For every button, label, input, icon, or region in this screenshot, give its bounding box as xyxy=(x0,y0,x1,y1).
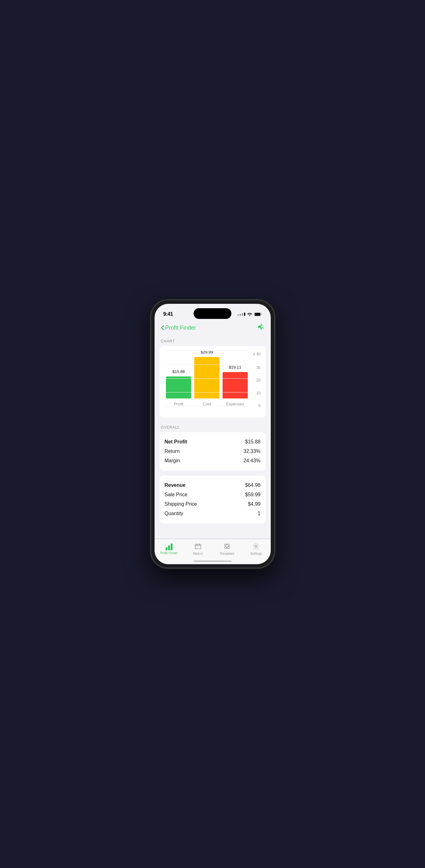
dynamic-island xyxy=(194,308,231,319)
expenses-bar-group: $19.11 Expenses xyxy=(221,365,249,406)
shipping-value: $4.99 xyxy=(248,501,260,507)
margin-label: Margin xyxy=(165,458,180,464)
overall-section-label: OVERALL xyxy=(161,425,264,430)
tab-history-label: History xyxy=(193,552,203,555)
cost-bar-value: $29.99 xyxy=(201,350,213,354)
status-icons xyxy=(237,312,262,316)
chart-section-label: CHART xyxy=(161,339,264,343)
y-label-20: 20 xyxy=(256,378,260,382)
tab-settings[interactable]: Settings xyxy=(242,541,271,557)
sale-price-label: Sale Price xyxy=(165,492,188,498)
profit-bar-group: $15.88 Profit xyxy=(165,369,193,406)
cost-bar xyxy=(194,357,220,399)
revenue-row-shipping: Shipping Price $4.99 xyxy=(165,499,261,509)
revenue-card: Revenue $64.98 Sale Price $59.99 Shippin… xyxy=(160,475,266,523)
y-label-40: 40 xyxy=(256,352,260,356)
back-button[interactable]: Profit Finder xyxy=(161,324,196,331)
chart-area: $15.88 Profit $29.99 Cost $19.11 xyxy=(165,351,261,414)
net-profit-label: Net Profit xyxy=(165,439,187,445)
expenses-bar-value: $19.11 xyxy=(229,365,242,370)
tab-bar: Profit Finder History xyxy=(154,539,271,558)
revenue-label: Revenue xyxy=(165,483,186,488)
tab-history[interactable]: History xyxy=(183,541,213,557)
return-value: 32.33% xyxy=(243,448,260,454)
svg-rect-4 xyxy=(199,544,200,545)
status-time: 9:41 xyxy=(163,311,173,317)
overall-row-net-profit: Net Profit $15.88 xyxy=(165,437,261,446)
battery-icon xyxy=(254,312,262,316)
tab-templates[interactable]: Templates xyxy=(213,541,242,557)
tab-templates-label: Templates xyxy=(220,552,234,555)
tab-profit-finder-label: Profit Finder xyxy=(160,551,178,555)
expenses-bar-label: Expenses xyxy=(226,402,244,406)
home-indicator xyxy=(154,558,271,564)
scroll-content[interactable]: CHART $15. xyxy=(154,337,271,539)
overall-card: Net Profit $15.88 Return 32.33% Margin 2… xyxy=(160,432,266,470)
back-label: Profit Finder xyxy=(165,324,196,331)
svg-point-5 xyxy=(255,545,257,547)
tab-profit-finder[interactable]: Profit Finder xyxy=(154,542,183,556)
svg-rect-1 xyxy=(255,313,260,316)
signal-icon xyxy=(237,313,245,316)
revenue-row-revenue: Revenue $64.98 xyxy=(165,480,261,490)
y-dollar-sign: $ xyxy=(253,352,255,356)
phone-frame: 9:41 xyxy=(151,300,275,568)
quantity-value: 1 xyxy=(258,511,261,517)
y-label-0: 0 xyxy=(258,404,261,408)
nav-header: Profit Finder xyxy=(154,320,271,337)
y-label-10: 10 xyxy=(256,391,260,395)
tab-settings-label: Settings xyxy=(250,552,262,555)
profit-bar-value: $15.88 xyxy=(172,369,185,374)
phone-screen: 9:41 xyxy=(154,304,271,564)
svg-rect-3 xyxy=(196,544,197,545)
svg-rect-2 xyxy=(195,545,201,549)
net-profit-value: $15.88 xyxy=(245,439,261,445)
revenue-row-sale-price: Sale Price $59.99 xyxy=(165,490,261,499)
y-axis: $ 40 30 20 10 0 xyxy=(251,351,261,408)
shipping-label: Shipping Price xyxy=(165,501,197,507)
revenue-row-quantity: Quantity 1 xyxy=(165,509,261,518)
sale-price-value: $59.99 xyxy=(245,492,261,498)
overall-row-return: Return 32.33% xyxy=(165,446,261,456)
overall-row-margin: Margin 24.43% xyxy=(165,456,261,465)
settings-icon xyxy=(253,543,259,551)
margin-value: 24.43% xyxy=(243,458,260,464)
y-label-30: 30 xyxy=(256,366,260,370)
history-icon xyxy=(195,543,201,551)
templates-icon xyxy=(224,543,230,551)
profit-finder-icon xyxy=(166,544,172,550)
profit-bar xyxy=(166,376,191,399)
profit-bar-label: Profit xyxy=(174,402,183,406)
expenses-bar xyxy=(223,372,248,399)
home-bar xyxy=(194,560,231,562)
wifi-icon xyxy=(247,312,252,316)
cost-bar-group: $29.99 Cost xyxy=(193,350,221,406)
return-label: Return xyxy=(165,448,180,454)
cost-bar-label: Cost xyxy=(203,402,211,406)
chart-card: $15.88 Profit $29.99 Cost $19.11 xyxy=(160,346,266,417)
revenue-value: $64.98 xyxy=(245,483,261,488)
bars-container: $15.88 Profit $29.99 Cost $19.11 xyxy=(165,351,261,414)
share-button[interactable] xyxy=(256,323,264,333)
quantity-label: Quantity xyxy=(165,511,183,517)
